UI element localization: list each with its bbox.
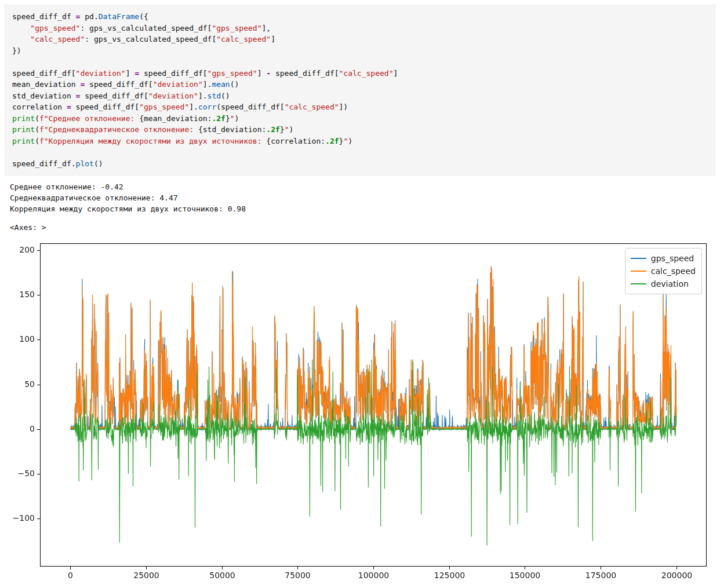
legend-item: gps_speed	[631, 252, 696, 265]
legend-line-swatch	[631, 283, 646, 284]
legend-line-swatch	[631, 258, 646, 259]
legend-label: deviation	[651, 279, 689, 288]
axes-repr: <Axes: >	[10, 222, 715, 233]
output-area: Среднее отклонение: -0.42Среднеквадратич…	[10, 181, 715, 233]
chart-canvas	[8, 236, 713, 588]
legend-item: calc_speed	[631, 265, 696, 277]
stdout-lines: Среднее отклонение: -0.42Среднеквадратич…	[10, 181, 715, 214]
legend-label: gps_speed	[651, 254, 694, 263]
legend-line-swatch	[631, 271, 646, 272]
legend-item: deviation	[631, 277, 696, 290]
legend-label: calc_speed	[651, 266, 696, 276]
code-cell[interactable]: speed_diff_df = pd.DataFrame({ "gps_spee…	[5, 5, 715, 176]
figure-output: gps_speedcalc_speeddeviation	[8, 236, 713, 588]
chart-legend: gps_speedcalc_speeddeviation	[625, 248, 702, 294]
code-lines: speed_diff_df = pd.DataFrame({ "gps_spee…	[12, 11, 708, 169]
notebook-page: speed_diff_df = pd.DataFrame({ "gps_spee…	[0, 0, 720, 588]
